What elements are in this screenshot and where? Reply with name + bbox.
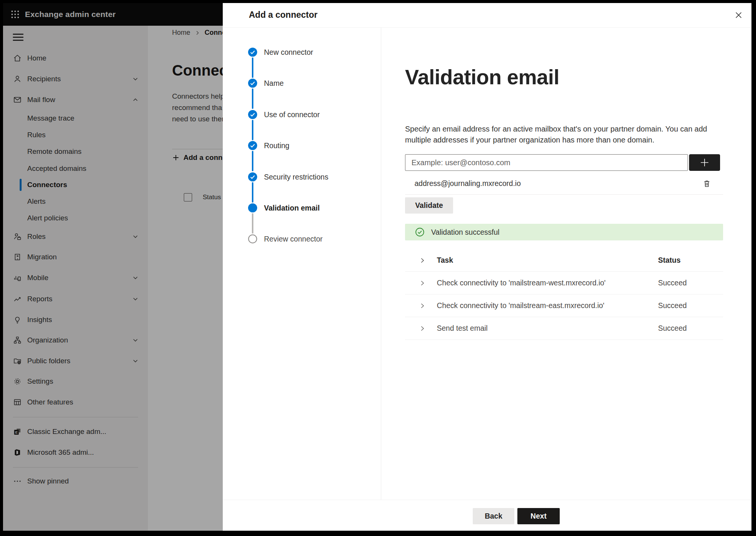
- svg-text:E: E: [15, 430, 17, 434]
- person-briefcase-icon: [13, 232, 22, 241]
- trash-icon: [702, 179, 711, 188]
- sidebar-item-alerts[interactable]: Alerts: [3, 193, 148, 210]
- table-row[interactable]: Check connectivity to 'mailstream-east.m…: [405, 294, 723, 317]
- app-window: Exchange admin center Home Recipients Ma…: [3, 3, 751, 531]
- step-connector-line: [252, 182, 253, 203]
- sidebar-item-alert-policies[interactable]: Alert policies: [3, 210, 148, 226]
- status-column-header: Status: [658, 256, 723, 265]
- sidebar-item-roles[interactable]: Roles: [3, 228, 148, 245]
- back-button[interactable]: Back: [473, 508, 514, 524]
- sidebar-item-organization[interactable]: Organization: [3, 332, 148, 349]
- sidebar-item-connectors[interactable]: Connectors: [3, 177, 148, 193]
- line-chart-icon: [13, 294, 22, 304]
- chevron-down-icon: [132, 358, 139, 364]
- sidebar-item-public-folders[interactable]: Public folders: [3, 353, 148, 369]
- validation-success-banner: Validation successful: [405, 224, 723, 240]
- validate-button[interactable]: Validate: [405, 197, 453, 214]
- dialog-title: Add a connector: [249, 10, 317, 20]
- wizard-steps: New connector Name Use of connector Rout…: [223, 27, 381, 500]
- plus-icon: [699, 157, 710, 168]
- panel-heading: Validation email: [405, 65, 559, 89]
- sidebar-item-home[interactable]: Home: [3, 50, 148, 67]
- status-cell: Succeed: [658, 324, 723, 333]
- sidebar-item-label: Home: [27, 54, 47, 62]
- step-connector-line: [252, 88, 253, 109]
- sidebar-item-recipients[interactable]: Recipients: [3, 71, 148, 87]
- add-email-button[interactable]: [689, 154, 720, 171]
- expand-all-chevron-icon[interactable]: [419, 257, 437, 264]
- dialog-body: New connector Name Use of connector Rout…: [223, 27, 751, 500]
- sidebar-item-show-pinned[interactable]: Show pinned: [3, 473, 148, 490]
- close-icon: [734, 10, 744, 20]
- sidebar-item-insights[interactable]: Insights: [3, 311, 148, 328]
- dialog-footer: Back Next: [223, 500, 751, 531]
- expand-row-chevron-icon[interactable]: [419, 325, 437, 332]
- next-button[interactable]: Next: [517, 508, 560, 524]
- table-header-row: Task Status: [405, 249, 723, 272]
- person-icon: [13, 74, 22, 84]
- sidebar-item-classic-exchange-admin[interactable]: E Classic Exchange adm...: [3, 423, 148, 440]
- add-connector-dialog: Add a connector New connector Name: [223, 3, 751, 531]
- sidebar-item-mobile[interactable]: Mobile: [3, 270, 148, 286]
- table-grid-icon: [13, 398, 22, 407]
- table-row[interactable]: Check connectivity to 'mailstream-west.m…: [405, 272, 723, 294]
- chevron-up-icon: [132, 96, 139, 103]
- step-review-connector: Review connector: [248, 234, 323, 243]
- sidebar-item-label: Recipients: [27, 75, 61, 83]
- task-cell: Check connectivity to 'mailstream-east.m…: [437, 301, 658, 310]
- sidebar-item-settings[interactable]: Settings: [3, 373, 148, 390]
- chevron-down-icon: [132, 296, 139, 302]
- mobile-stats-icon: [13, 273, 22, 282]
- added-address-row: address@journaling.mxrecord.io: [405, 173, 723, 195]
- gear-icon: [13, 377, 22, 386]
- chevron-down-icon: [132, 274, 139, 281]
- app-title: Exchange admin center: [25, 10, 116, 19]
- sidebar-item-other-features[interactable]: Other features: [3, 394, 148, 411]
- select-all-checkbox[interactable]: [184, 193, 192, 201]
- folder-globe-icon: [13, 356, 22, 366]
- sidebar-item-microsoft-365-admin[interactable]: Microsoft 365 admi...: [3, 444, 148, 461]
- step-current-icon: [248, 203, 257, 212]
- exchange-logo-icon: E: [13, 427, 22, 436]
- plus-icon: [172, 154, 180, 161]
- microsoft-365-logo-icon: [13, 448, 22, 457]
- step-upcoming-icon: [248, 234, 257, 243]
- sidebar-item-rules[interactable]: Rules: [3, 127, 148, 143]
- email-address-input[interactable]: [405, 154, 688, 171]
- left-navigation: Home Recipients Mail flow Message trace …: [3, 26, 148, 531]
- step-completed-icon: [248, 141, 257, 150]
- sidebar-item-remote-domains[interactable]: Remote domains: [3, 143, 148, 160]
- sidebar-item-reports[interactable]: Reports: [3, 291, 148, 307]
- selected-indicator: [20, 179, 22, 191]
- connectors-table-header: Status: [184, 193, 221, 201]
- sidebar-item-migration[interactable]: Migration: [3, 249, 148, 265]
- table-row[interactable]: Send test email Succeed: [405, 317, 723, 340]
- added-address: address@journaling.mxrecord.io: [414, 179, 521, 188]
- hamburger-menu-icon[interactable]: [13, 34, 23, 43]
- delete-address-button[interactable]: [701, 178, 713, 189]
- expand-row-chevron-icon[interactable]: [419, 302, 437, 310]
- step-completed-icon: [248, 172, 257, 181]
- step-completed-icon: [248, 48, 257, 57]
- step-connector-line: [252, 57, 253, 78]
- panel-description: Specify an email address for an active m…: [405, 124, 709, 146]
- validation-email-panel: Validation email Specify an email addres…: [381, 27, 751, 500]
- step-security-restrictions: Security restrictions: [248, 172, 328, 181]
- breadcrumb-separator-icon: [195, 30, 200, 36]
- app-launcher-icon[interactable]: [11, 10, 20, 19]
- breadcrumb-home-link[interactable]: Home: [172, 29, 190, 37]
- step-routing: Routing: [248, 141, 289, 150]
- sidebar-item-message-trace[interactable]: Message trace: [3, 110, 148, 127]
- lightbulb-icon: [13, 315, 22, 324]
- add-connector-button[interactable]: Add a conn: [172, 153, 222, 162]
- sidebar-divider: [13, 467, 138, 468]
- sidebar-item-mail-flow[interactable]: Mail flow: [3, 91, 148, 108]
- status-cell: Succeed: [658, 301, 723, 310]
- sidebar-item-label: Mail flow: [27, 96, 55, 104]
- org-chart-icon: [13, 336, 22, 345]
- sidebar-item-accepted-domains[interactable]: Accepted domains: [3, 160, 148, 177]
- expand-row-chevron-icon[interactable]: [419, 279, 437, 287]
- email-entry-row: [405, 154, 720, 171]
- close-button[interactable]: [732, 8, 745, 22]
- step-completed-icon: [248, 79, 257, 88]
